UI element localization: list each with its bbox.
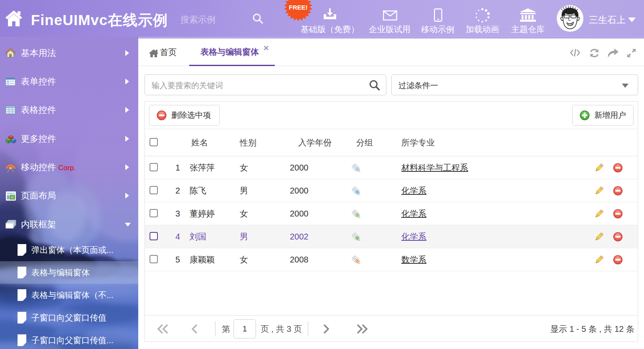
svg-text:FREE!: FREE! bbox=[289, 4, 308, 11]
